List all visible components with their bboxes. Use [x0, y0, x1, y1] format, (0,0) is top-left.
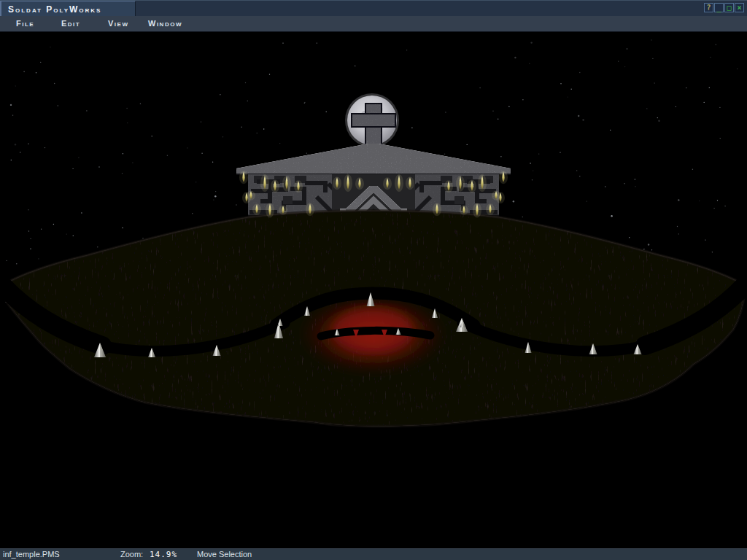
polyworks-window: Soldat PolyWorks ? _ □ × File Edit View …	[0, 0, 747, 560]
menu-edit[interactable]: Edit	[61, 19, 80, 28]
minimize-button[interactable]: _	[714, 3, 724, 12]
zoom-label: Zoom:	[120, 550, 143, 559]
maximize-button[interactable]: □	[724, 3, 734, 12]
help-button[interactable]: ?	[704, 3, 713, 12]
tool-status-label: Move Selection	[197, 550, 252, 559]
menu-window[interactable]: Window	[148, 19, 182, 28]
close-button[interactable]: ×	[735, 3, 744, 12]
menu-file[interactable]: File	[16, 19, 34, 28]
title-panel: Soldat PolyWorks	[0, 1, 136, 17]
zoom-value: 14.9%	[150, 550, 177, 559]
window-title: Soldat PolyWorks	[1, 4, 101, 15]
window-controls: ? _ □ ×	[704, 3, 744, 12]
menu-bar: File Edit View Window	[0, 16, 747, 32]
map-canvas[interactable]	[0, 32, 747, 548]
status-bar: inf_temple.PMS Zoom: 14.9% Move Selectio…	[0, 548, 747, 560]
filename-label: inf_temple.PMS	[3, 550, 60, 559]
menu-view[interactable]: View	[108, 19, 128, 28]
title-bar: Soldat PolyWorks ? _ □ ×	[0, 0, 747, 16]
